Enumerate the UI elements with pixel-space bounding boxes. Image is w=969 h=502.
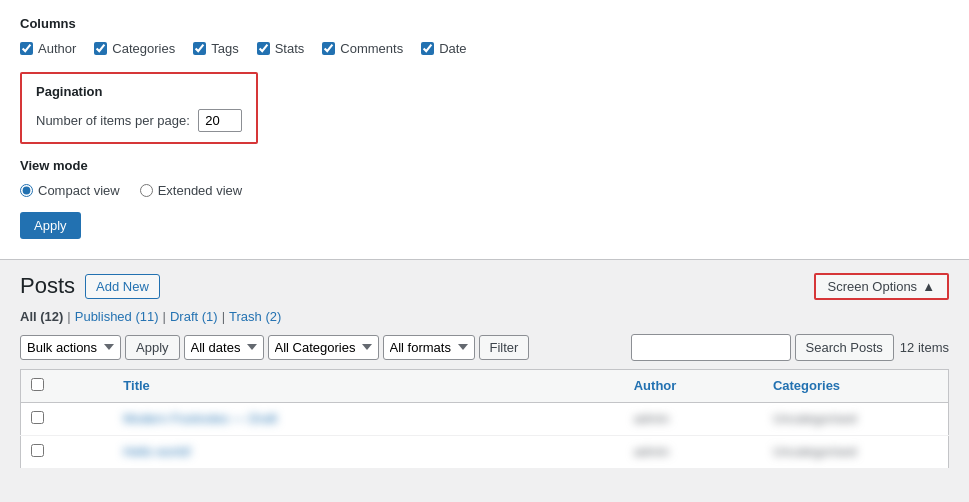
search-posts-button[interactable]: Search Posts	[795, 334, 894, 361]
search-input[interactable]	[631, 334, 791, 361]
all-formats-select[interactable]: All formats	[383, 335, 475, 360]
pagination-section-title: Pagination	[36, 84, 242, 99]
post-title[interactable]: Hello world!	[123, 444, 191, 459]
column-comments-label[interactable]: Comments	[322, 41, 403, 56]
column-comments-checkbox[interactable]	[322, 42, 335, 55]
post-author[interactable]: admin	[634, 444, 669, 459]
pagination-inner: Number of items per page:	[36, 109, 242, 132]
post-categories[interactable]: Uncategorised	[773, 444, 857, 459]
view-mode-radio-group: Compact view Extended view	[20, 183, 949, 198]
column-date-checkbox[interactable]	[421, 42, 434, 55]
all-dates-select[interactable]: All dates	[184, 335, 264, 360]
screen-options-arrow-icon: ▲	[922, 279, 935, 294]
column-stats-checkbox[interactable]	[257, 42, 270, 55]
post-categories-cell: Uncategorised	[763, 402, 949, 435]
table-row: Hello world! admin Uncategorised	[21, 435, 949, 468]
column-stats-label[interactable]: Stats	[257, 41, 305, 56]
items-count: 12 items	[900, 340, 949, 355]
column-author-checkbox[interactable]	[20, 42, 33, 55]
posts-header: Posts Add New Screen Options ▲	[20, 272, 949, 301]
view-mode-section: View mode Compact view Extended view	[20, 158, 949, 198]
all-categories-select[interactable]: All Categories	[268, 335, 379, 360]
pagination-input[interactable]	[198, 109, 242, 132]
post-author[interactable]: admin	[634, 411, 669, 426]
tablenav-right: Search Posts 12 items	[631, 334, 949, 361]
columns-section-title: Columns	[20, 16, 949, 31]
post-categories[interactable]: Uncategorised	[773, 411, 857, 426]
column-author-label[interactable]: Author	[20, 41, 76, 56]
post-title[interactable]: Modern Footnotes — Draft	[123, 411, 277, 426]
author-column-header[interactable]: Author	[624, 369, 763, 402]
select-all-checkbox[interactable]	[31, 378, 44, 391]
filter-draft-link[interactable]: Draft (1)	[170, 309, 218, 324]
page-title: Posts	[20, 272, 75, 301]
select-all-header	[21, 369, 114, 402]
compact-view-text: Compact view	[38, 183, 120, 198]
table-header-row: Title Author Categories	[21, 369, 949, 402]
filter-published-link[interactable]: Published (11)	[75, 309, 159, 324]
post-categories-cell: Uncategorised	[763, 435, 949, 468]
posts-table: Title Author Categories Modern Footnotes…	[20, 369, 949, 469]
column-categories-checkbox[interactable]	[94, 42, 107, 55]
filter-trash-link[interactable]: Trash (2)	[229, 309, 281, 324]
row-checkbox-cell	[21, 402, 114, 435]
tablenav-top: Bulk actions Apply All dates All Categor…	[20, 334, 949, 361]
extended-view-label[interactable]: Extended view	[140, 183, 243, 198]
columns-row: Author Categories Tags Stats Comments Da…	[20, 41, 949, 56]
filter-button[interactable]: Filter	[479, 335, 530, 360]
compact-view-label[interactable]: Compact view	[20, 183, 120, 198]
pagination-label: Number of items per page:	[36, 113, 190, 128]
post-author-cell: admin	[624, 435, 763, 468]
extended-view-radio[interactable]	[140, 184, 153, 197]
bulk-actions-apply-button[interactable]: Apply	[125, 335, 180, 360]
post-title-cell: Modern Footnotes — Draft	[113, 402, 623, 435]
view-mode-title: View mode	[20, 158, 949, 173]
row-checkbox[interactable]	[31, 411, 44, 424]
column-date-label[interactable]: Date	[421, 41, 466, 56]
title-column-header[interactable]: Title	[113, 369, 623, 402]
screen-options-apply-button[interactable]: Apply	[20, 212, 81, 239]
screen-options-panel: Columns Author Categories Tags Stats Com…	[0, 0, 969, 260]
compact-view-radio[interactable]	[20, 184, 33, 197]
column-categories-label[interactable]: Categories	[94, 41, 175, 56]
column-tags-label[interactable]: Tags	[193, 41, 238, 56]
tablenav-left: Bulk actions Apply All dates All Categor…	[20, 335, 529, 360]
posts-title-row: Posts Add New	[20, 272, 160, 301]
screen-options-button[interactable]: Screen Options ▲	[814, 273, 949, 300]
table-row: Modern Footnotes — Draft admin Uncategor…	[21, 402, 949, 435]
screen-options-label: Screen Options	[828, 279, 918, 294]
row-checkbox-cell	[21, 435, 114, 468]
post-author-cell: admin	[624, 402, 763, 435]
pagination-box: Pagination Number of items per page:	[20, 72, 258, 144]
search-box: Search Posts	[631, 334, 894, 361]
add-new-button[interactable]: Add New	[85, 274, 160, 299]
column-tags-checkbox[interactable]	[193, 42, 206, 55]
bulk-actions-select[interactable]: Bulk actions	[20, 335, 121, 360]
extended-view-text: Extended view	[158, 183, 243, 198]
post-title-cell: Hello world!	[113, 435, 623, 468]
row-checkbox[interactable]	[31, 444, 44, 457]
main-content: Posts Add New Screen Options ▲ All (12) …	[0, 260, 969, 502]
filter-links: All (12) | Published (11) | Draft (1) | …	[20, 309, 949, 324]
categories-column-header[interactable]: Categories	[763, 369, 949, 402]
columns-section: Columns Author Categories Tags Stats Com…	[20, 16, 949, 56]
filter-all-link[interactable]: All (12)	[20, 309, 63, 324]
